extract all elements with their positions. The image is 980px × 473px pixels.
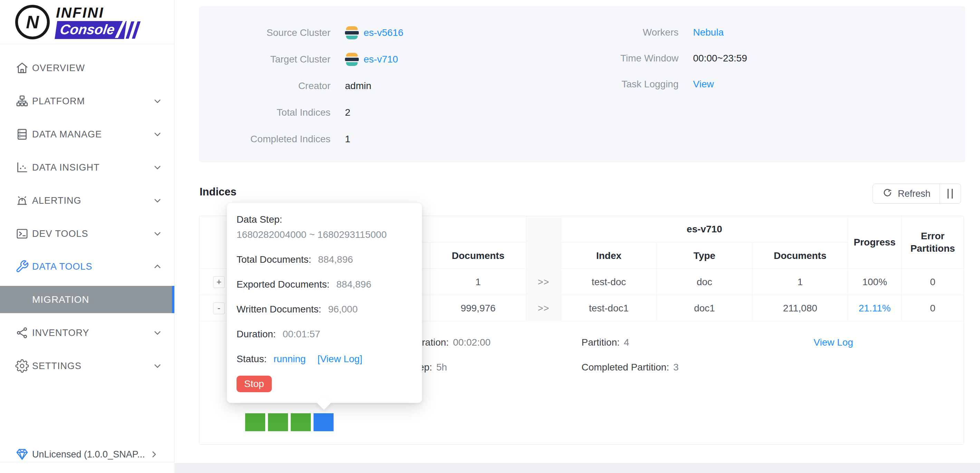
brand-slash-icon — [115, 21, 126, 38]
workers-link[interactable]: Nebula — [693, 27, 724, 38]
sidebar-item-platform[interactable]: PLATFORM — [0, 84, 174, 118]
stop-button[interactable]: Stop — [237, 376, 272, 392]
tooltip-data-step-value: 1680282004000 ~ 1680293115000 — [237, 227, 412, 242]
pause-icon — [948, 189, 948, 198]
chevron-down-icon — [152, 360, 163, 371]
sidebar-item-label: ALERTING — [32, 195, 81, 206]
sidebar-item-dev-tools[interactable]: DEV TOOLS — [0, 217, 174, 250]
tooltip-data-step-label: Data Step: — [237, 212, 412, 227]
license-label: UnLicensed (1.0.0_SNAP... — [32, 449, 145, 460]
column-header-tgt-index: Index — [561, 243, 657, 269]
wrench-icon — [14, 259, 30, 274]
view-log-link[interactable]: View Log — [813, 335, 853, 350]
table-cell-type: doc1 — [657, 295, 752, 321]
field-label: Target Cluster — [213, 54, 331, 65]
field-label: Total Indices — [213, 107, 331, 118]
table-cell-src-documents: 999,976 — [430, 295, 526, 321]
column-header-progress: Progress — [848, 216, 902, 269]
sidebar-item-overview[interactable]: OVERVIEW — [0, 51, 174, 84]
chevron-down-icon — [152, 162, 163, 173]
table-cell-documents: 211,080 — [752, 295, 848, 321]
sidebar-item-label: DATA MANAGE — [32, 129, 102, 140]
table-cell-index: test-doc1 — [561, 295, 657, 321]
detail-partition: Partition: 4 — [582, 335, 629, 350]
page-background — [175, 463, 980, 473]
summary-row: Creator admin — [213, 73, 403, 99]
table-cell-progress-link[interactable]: 21.11% — [848, 295, 902, 321]
table-cell-type: doc — [657, 269, 752, 295]
chevron-right-icon — [148, 449, 159, 460]
gear-icon — [14, 359, 30, 373]
app-root: N INFINI Console OVERVIEW — [0, 0, 980, 473]
arrow-cell: >> — [526, 295, 561, 321]
partition-square[interactable] — [268, 413, 288, 431]
sidebar-item-migration[interactable]: MIGRATION — [0, 286, 174, 313]
status-running-link[interactable]: running — [274, 354, 305, 364]
license-status[interactable]: UnLicensed (1.0.0_SNAP... — [0, 447, 174, 462]
time-window-value: 00:00~23:59 — [693, 53, 747, 64]
field-label: Completed Indices — [213, 133, 331, 144]
infini-logo-icon: N — [15, 5, 50, 40]
tooltip-exported-documents-value: 884,896 — [336, 279, 371, 290]
summary-row: Total Indices 2 — [213, 99, 403, 126]
field-label: Time Window — [563, 53, 679, 64]
sidebar-item-label: MIGRATION — [32, 294, 89, 305]
sidebar-item-alerting[interactable]: ALERTING — [0, 184, 174, 217]
partition-tooltip: Data Step: 1680282004000 ~ 1680293115000… — [227, 203, 422, 403]
sidebar-item-data-manage[interactable]: DATA MANAGE — [0, 118, 174, 151]
target-cluster-link[interactable]: es-v710 — [364, 54, 398, 65]
partition-square[interactable] — [245, 413, 265, 431]
sidebar-item-label: PLATFORM — [32, 96, 85, 107]
diamond-icon — [14, 447, 30, 462]
arrow-column-header — [526, 216, 561, 269]
table-cell-documents: 1 — [752, 269, 848, 295]
sidebar-item-data-insight[interactable]: DATA INSIGHT — [0, 151, 174, 184]
chevron-down-icon — [152, 327, 163, 338]
collapse-row-button[interactable]: - — [213, 302, 225, 314]
chevron-down-icon — [152, 228, 163, 239]
task-summary-panel: Source Cluster es-v5616 Target Cluster e… — [199, 6, 965, 162]
share-icon — [14, 325, 30, 340]
tooltip-total-documents-value: 884,896 — [318, 254, 353, 265]
logo[interactable]: N INFINI Console — [15, 3, 138, 41]
table-cell-progress: 100% — [848, 269, 902, 295]
refresh-label: Refresh — [898, 189, 931, 199]
column-header-tgt-type: Type — [657, 243, 752, 269]
table-cell-index: test-doc — [561, 269, 657, 295]
task-logging-view-link[interactable]: View — [693, 79, 714, 90]
refresh-icon — [882, 187, 893, 201]
tooltip-view-log-link[interactable]: [View Log] — [317, 354, 362, 364]
expand-row-button[interactable]: + — [213, 276, 225, 288]
sidebar-item-label: SETTINGS — [32, 361, 81, 371]
indices-section-title: Indices — [200, 186, 237, 198]
partition-squares — [245, 413, 334, 431]
pause-refresh-button[interactable] — [940, 184, 961, 203]
sidebar-item-data-tools[interactable]: DATA TOOLS — [0, 250, 174, 283]
column-header-error-partitions: Error Partitions — [902, 216, 964, 269]
brand-name: INFINI — [56, 5, 104, 21]
elasticsearch-icon — [345, 52, 359, 66]
field-label: Creator — [213, 81, 331, 92]
partition-square-running[interactable] — [313, 413, 334, 431]
partition-square[interactable] — [291, 413, 311, 431]
table-cell-src-documents: 1 — [430, 269, 526, 295]
divider — [0, 44, 174, 44]
home-icon — [14, 60, 30, 76]
sidebar-item-label: DATA INSIGHT — [32, 162, 100, 173]
pause-icon — [952, 189, 953, 198]
database-icon — [14, 127, 30, 142]
source-cluster-link[interactable]: es-v5616 — [364, 27, 403, 38]
refresh-button[interactable]: Refresh — [873, 184, 940, 203]
tooltip-duration-value: 00:01:57 — [282, 329, 320, 340]
platform-icon — [14, 94, 30, 109]
column-header-tgt-documents: Documents — [752, 243, 848, 269]
summary-row: Completed Indices 1 — [213, 126, 403, 152]
creator-value: admin — [345, 81, 371, 92]
sidebar-item-inventory[interactable]: INVENTORY — [0, 316, 174, 349]
sidebar-item-settings[interactable]: SETTINGS — [0, 349, 174, 383]
chevron-down-icon — [152, 129, 163, 140]
column-header-src-documents: Documents — [430, 243, 526, 269]
summary-row: Time Window 00:00~23:59 — [563, 45, 747, 71]
sidebar: N INFINI Console OVERVIEW — [0, 0, 174, 473]
brand-console-badge: Console — [54, 21, 126, 39]
